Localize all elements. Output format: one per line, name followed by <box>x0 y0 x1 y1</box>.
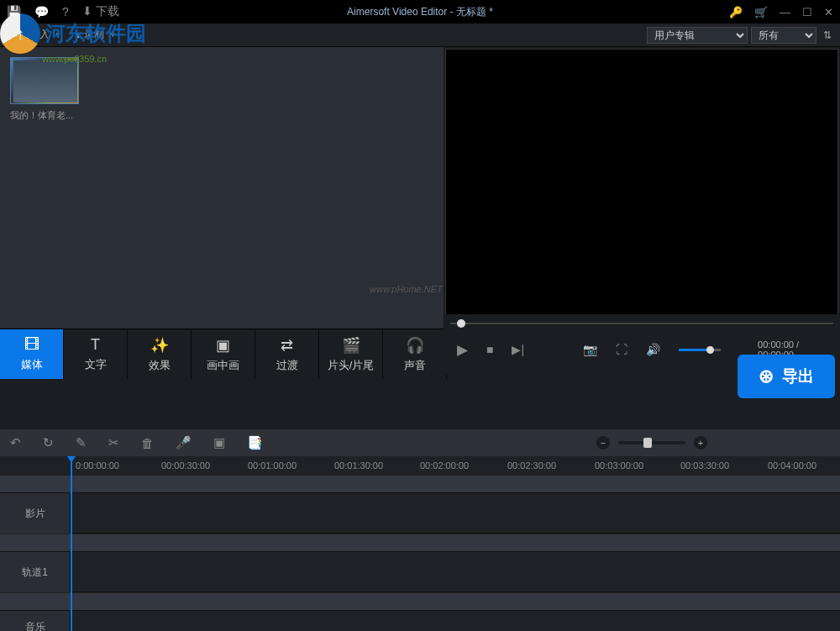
stop-button[interactable]: ■ <box>486 343 493 356</box>
zoom-out-button[interactable]: − <box>596 436 610 450</box>
media-thumbnail[interactable] <box>10 57 79 104</box>
tab-audio[interactable]: 🎧声音 <box>383 329 447 379</box>
volume-slider[interactable] <box>679 349 721 351</box>
media-item-label: 我的！体育老... <box>10 109 79 122</box>
wand-icon: ✨ <box>150 336 169 355</box>
zoom-slider[interactable] <box>618 441 685 444</box>
undo-button[interactable]: ↶ <box>10 435 21 450</box>
cart-icon[interactable]: 🛒 <box>754 6 768 18</box>
film-icon: 🎞 <box>24 336 39 354</box>
crop-button[interactable]: ▣ <box>213 435 225 450</box>
scrubber[interactable] <box>450 318 833 329</box>
track-label-video: 影片 <box>0 493 71 534</box>
watermark-text: www.pHome.NET <box>370 284 443 294</box>
scrubber-handle[interactable] <box>457 319 465 328</box>
tab-effects[interactable]: ✨效果 <box>128 329 192 379</box>
tab-transition[interactable]: ⇄过渡 <box>255 329 319 379</box>
sort-icon[interactable]: ⇅ <box>823 29 832 41</box>
ruler-mark: 00:01:30:00 <box>334 460 383 471</box>
tab-media[interactable]: 🎞媒体 <box>0 329 64 379</box>
filter-select[interactable]: 所有 <box>751 27 816 44</box>
close-button[interactable]: ✕ <box>824 6 833 18</box>
window-title: Aimersoft Video Editor - 无标题 * <box>347 5 493 19</box>
delete-button[interactable]: 🗑 <box>141 436 154 450</box>
timeline-toolbar: ↶ ↻ ✎ ✂ 🗑 🎤 ▣ 📑 − + <box>0 429 840 456</box>
minimize-button[interactable]: — <box>780 6 790 18</box>
ruler-mark: 00:03:00:00 <box>595 460 643 471</box>
timeline-tracks: 影片 轨道1 音乐 <box>0 475 840 631</box>
clapper-icon: 🎬 <box>342 336 360 355</box>
track-music[interactable] <box>71 611 840 631</box>
track-video[interactable] <box>71 493 840 534</box>
ruler-mark: 00:01:00:00 <box>248 460 297 471</box>
export-button[interactable]: ⊛ 导出 <box>738 355 835 398</box>
tab-pip[interactable]: ▣画中画 <box>192 329 255 379</box>
zoom-in-button[interactable]: + <box>694 436 707 450</box>
ruler-mark: 00:04:00:00 <box>768 460 816 471</box>
marker-button[interactable]: 📑 <box>247 435 263 450</box>
timeline-ruler[interactable]: 0:00:00:0000:00:30:0000:01:00:0000:01:30… <box>0 456 840 475</box>
ruler-mark: 00:02:30:00 <box>507 460 556 471</box>
edit-button[interactable]: ✎ <box>76 435 87 450</box>
playhead[interactable] <box>71 456 72 631</box>
snapshot-button[interactable]: 📷 <box>583 343 597 356</box>
cut-button[interactable]: ✂ <box>108 435 119 450</box>
headphones-icon: 🎧 <box>406 336 424 355</box>
logo-watermark: ↑ 河东软件园 www.pc0359.cn <box>0 13 146 54</box>
ruler-mark: 00:03:30:00 <box>680 460 729 471</box>
ruler-mark: 00:00:30:00 <box>161 460 210 471</box>
step-button[interactable]: ▶| <box>512 343 524 356</box>
track-label-music: 音乐 <box>0 611 71 631</box>
text-icon: T <box>91 336 100 354</box>
track-label-1: 轨道1 <box>0 552 71 592</box>
track-1[interactable] <box>71 552 840 592</box>
ruler-mark: 00:02:00:00 <box>420 460 469 471</box>
tab-intro[interactable]: 🎬片头/片尾 <box>319 329 383 379</box>
key-icon[interactable]: 🔑 <box>729 6 743 18</box>
media-item[interactable]: 我的！体育老... <box>10 57 79 122</box>
maximize-button[interactable]: ☐ <box>802 6 812 18</box>
ruler-mark: 0:00:00:00 <box>76 460 119 471</box>
fullscreen-button[interactable]: ⛶ <box>616 343 627 356</box>
tab-text[interactable]: T文字 <box>64 329 128 379</box>
volume-icon[interactable]: 🔊 <box>646 343 660 356</box>
preview-panel <box>445 49 838 327</box>
transition-icon: ⇄ <box>281 336 293 355</box>
pip-icon: ▣ <box>216 336 230 355</box>
play-button[interactable]: ▶ <box>457 341 468 359</box>
mic-button[interactable]: 🎤 <box>176 435 192 450</box>
redo-button[interactable]: ↻ <box>43 435 54 450</box>
album-select[interactable]: 用户专辑 <box>647 27 748 44</box>
reel-icon: ⊛ <box>759 365 774 387</box>
